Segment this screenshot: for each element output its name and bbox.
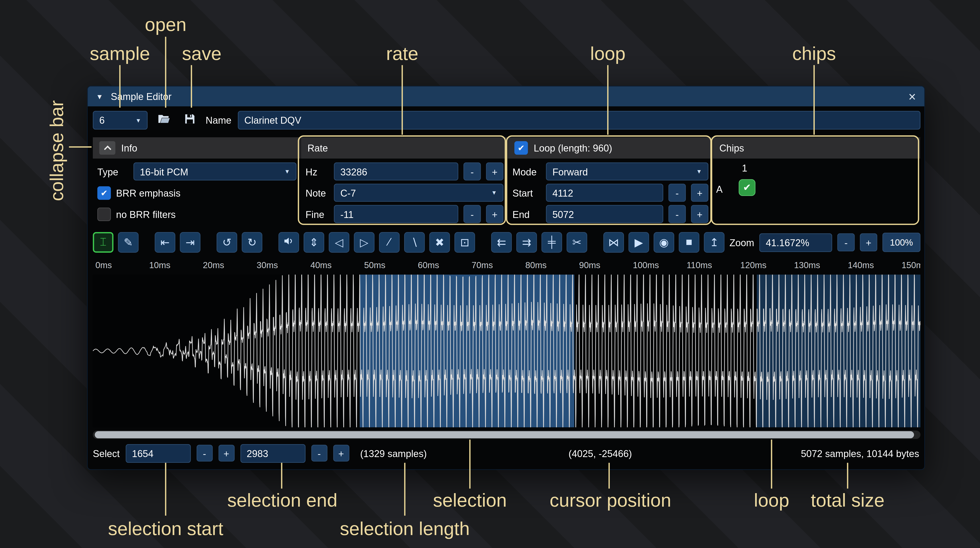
window-collapse-icon[interactable]: ▼	[96, 92, 103, 100]
crossfade-button[interactable]: ⋈	[603, 232, 624, 253]
selection-end-plus-button[interactable]: +	[333, 445, 349, 462]
cut-button[interactable]: ✂	[566, 232, 587, 253]
fade-out-button[interactable]: ∖	[404, 232, 425, 253]
tick-label: 110ms	[687, 260, 712, 270]
loop-mode-select[interactable]: Forward ▼	[546, 162, 708, 180]
rate-panel: Rate Hz 33286 - + Note C-7 ▼	[301, 137, 508, 225]
chips-panel-header: Chips	[713, 137, 920, 159]
fade-in-button[interactable]: ∕	[379, 232, 399, 253]
selection-end-input[interactable]: 2983	[240, 444, 305, 462]
redo-button[interactable]: ↻	[242, 232, 262, 253]
save-button[interactable]	[180, 111, 199, 129]
annotation-cursor-position: cursor position	[550, 490, 671, 511]
annotation-selection-start: selection start	[108, 518, 223, 540]
loop-point-icon: ╪	[548, 236, 556, 249]
floppy-save-icon	[183, 113, 196, 128]
selection-start-minus-button[interactable]: -	[196, 445, 212, 462]
play-forward-icon: ▷	[360, 236, 369, 249]
amplify-button[interactable]: ⇕	[304, 232, 324, 253]
stop-icon: ■	[686, 236, 692, 249]
chip-a1-checkbox[interactable]: ✔	[739, 179, 756, 196]
delete-button[interactable]: ✖	[429, 232, 450, 253]
stop-button[interactable]: ■	[679, 232, 699, 253]
fine-label: Fine	[305, 209, 329, 220]
zoom-reset-button[interactable]: 100%	[882, 233, 920, 252]
pencil-icon: ✎	[124, 236, 133, 249]
brr-emphasis-checkbox[interactable]: ✔	[97, 186, 111, 199]
seek-start-button[interactable]: ⇤	[154, 232, 175, 253]
info-panel: Info Type 16-bit PCM ▼ ✔ BRR emphasis	[93, 137, 301, 225]
shift-left-icon: ⇇	[497, 236, 506, 249]
collapse-bar-button[interactable]	[99, 141, 115, 155]
loop-enable-checkbox[interactable]: ✔	[514, 141, 528, 155]
crop-button[interactable]: ⊡	[455, 232, 475, 253]
undo-button[interactable]: ↺	[216, 232, 237, 253]
fine-minus-button[interactable]: -	[463, 205, 481, 223]
info-panel-header: Info	[93, 137, 301, 159]
rate-panel-title: Rate	[307, 142, 328, 153]
tick-label: 60ms	[418, 260, 439, 270]
pencil-tool-button[interactable]: ✎	[118, 232, 138, 253]
scrollbar-thumb[interactable]	[95, 431, 914, 438]
type-select[interactable]: 16-bit PCM ▼	[134, 162, 296, 180]
fade-out-icon: ∖	[411, 236, 418, 249]
window-title: Sample Editor	[111, 91, 172, 102]
loop-point-button[interactable]: ╪	[541, 232, 562, 253]
rate-panel-header: Rate	[301, 137, 508, 159]
tick-label: 90ms	[579, 260, 600, 270]
loop-end-label: End	[512, 209, 541, 220]
export-button[interactable]: ↥	[704, 232, 724, 253]
loop-start-minus-button[interactable]: -	[668, 184, 686, 202]
hz-plus-button[interactable]: +	[486, 162, 504, 180]
play-reverse-button[interactable]: ◁	[329, 232, 349, 253]
status-bar: Select 1654 - + 2983 - + (1329 samples) …	[93, 443, 921, 463]
hz-minus-button[interactable]: -	[463, 162, 481, 180]
note-select[interactable]: C-7 ▼	[334, 184, 504, 202]
selection-start-plus-button[interactable]: +	[218, 445, 234, 462]
loop-start-input[interactable]: 4112	[546, 184, 663, 202]
selection-end-minus-button[interactable]: -	[311, 445, 327, 462]
zoom-input[interactable]: 41.1672%	[759, 233, 832, 252]
shift-left-button[interactable]: ⇇	[491, 232, 512, 253]
selection-start-input[interactable]: 1654	[126, 444, 191, 462]
fine-plus-button[interactable]: +	[486, 205, 504, 223]
zoom-plus-button[interactable]: +	[860, 233, 877, 251]
info-panel-title: Info	[121, 142, 137, 153]
loop-start-plus-button[interactable]: +	[691, 184, 708, 202]
open-button[interactable]	[154, 111, 173, 129]
delete-icon: ✖	[435, 236, 444, 249]
fine-input[interactable]: -11	[334, 205, 458, 223]
close-icon[interactable]: ×	[908, 90, 916, 103]
dropdown-arrow-icon: ▼	[487, 190, 497, 196]
preview-button[interactable]	[278, 232, 299, 253]
loop-panel: ✔ Loop (length: 960) Mode Forward ▼ Star…	[508, 137, 713, 225]
annotation-line	[404, 463, 406, 516]
zoom-minus-button[interactable]: -	[837, 233, 855, 251]
annotation-total-size: total size	[811, 490, 885, 511]
horizontal-scrollbar[interactable]	[93, 431, 921, 439]
no-brr-filters-checkbox[interactable]	[97, 207, 111, 221]
brr-emphasis-label: BRR emphasis	[116, 187, 180, 198]
play-loop-button[interactable]: ◉	[654, 232, 674, 253]
annotation-rate: rate	[386, 43, 418, 64]
timeline-ruler[interactable]: 0ms 10ms 20ms 30ms 40ms 50ms 60ms 70ms 8…	[93, 258, 921, 273]
tick-label: 0ms	[95, 260, 112, 270]
seek-end-button[interactable]: ⇥	[180, 232, 200, 253]
play-sample-button[interactable]: ▶	[628, 232, 649, 253]
annotation-selection-end: selection end	[227, 490, 337, 511]
play-reverse-icon: ◁	[335, 236, 343, 249]
redo-icon: ↻	[247, 236, 256, 249]
loop-end-input[interactable]: 5072	[546, 205, 663, 223]
shift-right-button[interactable]: ⇉	[516, 232, 537, 253]
sample-name-input[interactable]: Clarinet DQV	[238, 111, 921, 129]
titlebar[interactable]: ▼ Sample Editor ×	[88, 86, 924, 107]
hz-input[interactable]: 33286	[334, 162, 458, 180]
select-tool-button[interactable]: ⌶	[93, 232, 113, 253]
loop-end-plus-button[interactable]: +	[691, 205, 708, 223]
sample-number-select[interactable]: 6 ▼	[93, 111, 148, 129]
loop-panel-header: ✔ Loop (length: 960)	[508, 137, 713, 159]
play-forward-button[interactable]: ▷	[354, 232, 374, 253]
loop-end-minus-button[interactable]: -	[668, 205, 686, 223]
hz-label: Hz	[305, 166, 329, 177]
waveform-display[interactable]	[93, 275, 921, 427]
